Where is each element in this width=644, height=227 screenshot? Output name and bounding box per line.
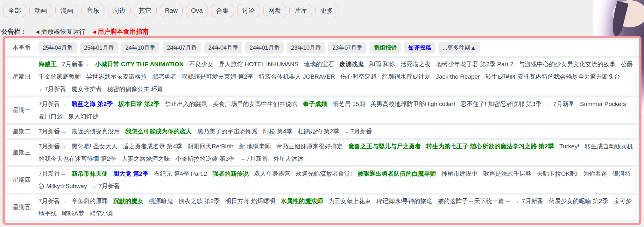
anime-title-link[interactable]: 桃源暗鬼: [149, 198, 173, 204]
nav-category-button[interactable]: 其它: [134, 4, 157, 17]
announcement-bar: 公告栏： ◀播放器恢复运行◀用户脚本食用指南: [1, 27, 156, 36]
anime-title-link[interactable]: 噗妮露是可爱史莱姆 第2季: [182, 73, 253, 80]
announcement-link[interactable]: ◀播放器恢复运行: [36, 27, 86, 36]
anime-title-link[interactable]: 与游戏中心的少女异文化交流的故事: [519, 61, 616, 67]
anime-title-link[interactable]: 沉默的魔女: [113, 198, 144, 204]
season-tab-button[interactable]: 25年04月番: [39, 42, 77, 53]
anime-title-link[interactable]: 废渊战鬼: [339, 61, 364, 67]
anime-title-link[interactable]: 肥宅勇者: [152, 73, 176, 80]
nav-category-button[interactable]: 音乐: [81, 4, 104, 17]
anime-title-link[interactable]: 章鱼噼的原罪: [72, 198, 108, 204]
anime-title-link[interactable]: 和雨 和你: [369, 61, 395, 67]
anime-title-link[interactable]: 琉璃的宝石: [304, 61, 334, 67]
anime-title-link[interactable]: 被驱逐出勇者队伍的白魔导师: [357, 170, 436, 177]
anime-title-link[interactable]: 忍不住了! 加密忍者咲耶 第3季: [461, 101, 541, 107]
anime-title-link[interactable]: 魔兽之王与婴儿与尸之勇者: [348, 143, 421, 150]
schedule-row: 星期日海贼王7月新番→小城日常 CITY THE ANIMATION不良少女异人…: [5, 58, 639, 96]
anime-title-link[interactable]: 胆大党 第2季: [113, 170, 149, 177]
nav-category-button[interactable]: Raw: [160, 4, 183, 17]
anime-title-link[interactable]: 小哥斯拉的逆袭 第3季: [175, 155, 235, 162]
anime-title-link[interactable]: 黑乃美子的宇宙恐怖秀: [197, 128, 258, 135]
anime-title-link[interactable]: 人妻之唇烧酒之味: [122, 155, 170, 162]
anime-title-link[interactable]: 美男高校地球防卫部High collar!: [371, 101, 455, 107]
anime-title-link[interactable]: 转生成玛丽·安托瓦内特的我会竭尽全力避开断头台: [485, 73, 620, 80]
season-tab-button[interactable]: ...更多往期▲: [438, 42, 480, 53]
anime-title-link[interactable]: 奉子成婚: [303, 101, 327, 107]
anime-title-link[interactable]: 禁止出入的鼹鼠: [165, 101, 207, 107]
anime-title-link[interactable]: 为你着迷: [583, 170, 607, 177]
anime-title-link[interactable]: 黑化吧! 圣女大人: [72, 143, 117, 150]
anime-title-link[interactable]: 盾之勇者成名录 第4季: [123, 143, 182, 150]
season-tab-button[interactable]: 24年01月番: [245, 42, 284, 53]
anime-title-link[interactable]: 为丑女献上花束: [329, 198, 371, 204]
anime-title-link[interactable]: 强者的新传说: [212, 170, 249, 177]
anime-title-link[interactable]: 小城日常 CITY THE ANIMATION: [95, 61, 184, 67]
anime-title-link[interactable]: 坂本日常 第2季: [118, 101, 159, 107]
anime-title-link[interactable]: 红颜祸水育成计划: [382, 73, 430, 80]
nav-category-button[interactable]: 周边: [108, 4, 131, 17]
anime-title-link[interactable]: 异人旅馆 HOTEL INHUMANS: [219, 61, 299, 67]
anime-title-link[interactable]: 双人单身露营: [254, 170, 290, 177]
anime-title-link[interactable]: 水属性的魔法师: [281, 198, 323, 204]
schedule-row: 星期四7月新番→新吊带袜天使胆大党 第2季石纪元 第4季 Part.2强者的新传…: [5, 167, 639, 193]
announcement-text: 用户脚本食用指南: [98, 27, 149, 36]
anime-title-link[interactable]: 不良少女: [189, 61, 213, 67]
anime-title-link[interactable]: 蜡笔小新: [90, 210, 114, 217]
anime-title-link[interactable]: 我怎么可能成为你的恋人: [125, 128, 192, 135]
anime-title-link[interactable]: 海贼王: [39, 61, 57, 67]
anime-title-link[interactable]: 杜鹃婚约 第2季: [298, 128, 339, 135]
anime-title-link[interactable]: 魔女守护者: [72, 86, 102, 92]
nav-category-button[interactable]: 动画: [29, 4, 52, 17]
nav-category-button[interactable]: 漫画: [55, 4, 78, 17]
anime-title-link[interactable]: 歌声是法式千层酥: [483, 170, 532, 177]
anime-title-link[interactable]: 秘密的偶像公主 环篇: [107, 86, 163, 92]
anime-title-link[interactable]: Jack the Reaper: [436, 73, 480, 80]
season-tab-button[interactable]: 23年10月番: [287, 42, 325, 53]
anime-title-link[interactable]: 猫的这阵子～天下统一篇～: [438, 198, 510, 204]
nav-category-button[interactable]: 片库: [289, 4, 312, 17]
anime-title-link[interactable]: 异世界默示录麦诺格拉: [86, 73, 147, 80]
anime-title-link[interactable]: 欢迎光临流放者食堂!: [296, 170, 352, 177]
anime-title-link[interactable]: 石纪元 第4季 Part.2: [154, 170, 207, 177]
anime-title-link[interactable]: 转生为第七王子 随心所欲的魔法学习之路 第2季: [426, 143, 554, 150]
nav-category-button[interactable]: Ova: [186, 4, 208, 17]
anime-title-link[interactable]: 新吊带袜天使: [72, 170, 108, 177]
season-tab-button[interactable]: 24年04月番: [204, 42, 242, 53]
season-tab-button[interactable]: 短评投稿: [404, 42, 435, 53]
anime-title-link[interactable]: 外星人沐沐: [273, 155, 303, 162]
new-season-marker: ←7月新番: [240, 155, 268, 162]
nav-category-button[interactable]: 网盘: [263, 4, 286, 17]
announcement-link[interactable]: ◀用户脚本食用指南: [93, 27, 149, 36]
season-tab-button[interactable]: 24年10月番: [121, 42, 159, 53]
anime-title-link[interactable]: 去唱卡拉OK吧!: [537, 170, 578, 177]
category-nav: 全部动画漫画音乐周边其它RawOva合集讨论网盘片库更多: [3, 4, 338, 17]
anime-title-link[interactable]: 新 地狱老师: [239, 143, 271, 150]
anime-title-link[interactable]: 神椿市建设中: [442, 170, 478, 177]
anime-title-link[interactable]: 特装合体机器人 JOBRAVER: [259, 73, 335, 80]
nav-category-button[interactable]: 全部: [3, 4, 26, 17]
anime-title-link[interactable]: 美食广场里的女高中生们在说啥: [213, 101, 297, 107]
anime-title-link[interactable]: 药屋少女的呢喃 第2季: [549, 198, 608, 204]
anime-title-link[interactable]: 伤心时空穿越: [340, 73, 377, 80]
anime-title-link[interactable]: Turkey!: [559, 143, 579, 150]
anime-title-link[interactable]: 活死喵之夜: [400, 61, 431, 67]
anime-title-link[interactable]: 暗芝居 15期: [332, 101, 365, 107]
nav-category-button[interactable]: 讨论: [237, 4, 260, 17]
nav-category-button[interactable]: 合集: [211, 4, 234, 17]
anime-title-link[interactable]: 碧蓝之海 第2季: [72, 101, 113, 107]
anime-title-link[interactable]: 阿松 第4季: [263, 128, 293, 135]
season-tab-button[interactable]: 25年01月番: [80, 42, 118, 53]
nav-category-button[interactable]: 更多: [315, 4, 338, 17]
anime-title-link[interactable]: 稗记舞咏/寻神的旅途: [376, 198, 432, 204]
anime-title-link[interactable]: 明日方舟 焰烬曙明: [225, 198, 275, 204]
anime-title-link[interactable]: 彻夜之歌 第2季: [179, 198, 220, 204]
season-tab-button[interactable]: 番组报错: [370, 42, 401, 53]
anime-title-link[interactable]: 帝乃三姐妹原来很好搞定: [276, 143, 343, 150]
anime-title-link[interactable]: 最近的侦探真没用: [72, 128, 120, 135]
anime-title-link[interactable]: 哆啦A梦: [62, 210, 84, 217]
anime-title-link[interactable]: 阴阳回天Re:Birth: [188, 143, 234, 150]
season-tab-button[interactable]: 23年07月番: [328, 42, 366, 53]
anime-title-link[interactable]: 鬼人幻灯抄: [68, 113, 98, 120]
anime-title-link[interactable]: 地缚少年花子君 第2季 Part.2: [436, 61, 513, 67]
season-tab-button[interactable]: 24年07月番: [163, 42, 201, 53]
